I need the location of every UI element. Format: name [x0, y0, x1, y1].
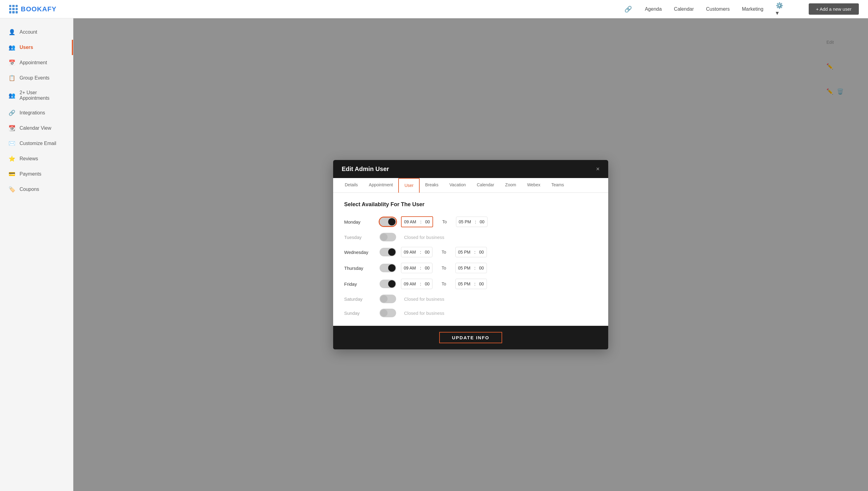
friday-toggle-track[interactable]	[380, 280, 396, 288]
monday-to-hour-select[interactable]: 05 PM	[456, 217, 474, 227]
thursday-toggle[interactable]	[380, 264, 396, 272]
thursday-toggle-track[interactable]	[380, 264, 396, 272]
edit-admin-user-modal: Edit Admin User × Details Appointment Us…	[333, 160, 608, 349]
tab-appointment[interactable]: Appointment	[363, 178, 399, 193]
appointment-icon: 📅	[8, 59, 15, 66]
saturday-toggle-track[interactable]	[380, 295, 396, 303]
sidebar-item-reviews[interactable]: ⭐ Reviews	[0, 151, 73, 166]
wednesday-row: Wednesday 09 AM : 00	[344, 247, 597, 257]
saturday-toggle[interactable]	[380, 295, 396, 303]
multi-user-icon: 👥	[8, 92, 15, 99]
modal-header: Edit Admin User ×	[333, 160, 608, 178]
thursday-to-hour-select[interactable]: 05 PM	[456, 263, 473, 273]
tab-user[interactable]: User	[398, 178, 420, 193]
nav-calendar[interactable]: Calendar	[674, 6, 694, 12]
wednesday-from-time: 09 AM : 00	[401, 247, 432, 257]
sidebar-item-group-events[interactable]: 📋 Group Events	[0, 70, 73, 86]
coupons-icon: 🏷️	[8, 186, 15, 193]
monday-to-label: To	[442, 219, 447, 224]
wednesday-from-hour-select[interactable]: 09 AM	[401, 247, 419, 257]
sidebar-item-calendar-view-label: Calendar View	[20, 125, 51, 131]
tuesday-toggle[interactable]	[380, 233, 396, 241]
thursday-from-hour-select[interactable]: 09 AM	[401, 263, 419, 273]
saturday-closed-text: Closed for business	[404, 296, 444, 301]
modal-overlay: Edit Admin User × Details Appointment Us…	[73, 18, 868, 491]
nav-agenda[interactable]: Agenda	[645, 6, 662, 12]
tab-breaks[interactable]: Breaks	[420, 178, 444, 193]
sidebar-item-calendar-view[interactable]: 📆 Calendar View	[0, 120, 73, 136]
monday-from-time: 09 AM : 00	[401, 216, 433, 227]
tab-calendar[interactable]: Calendar	[471, 178, 500, 193]
sidebar-item-payments-label: Payments	[20, 171, 41, 177]
section-title: Select Availablity For The User	[344, 201, 597, 208]
sunday-closed-text: Closed for business	[404, 311, 444, 316]
update-info-label: UPDATE INFO	[439, 332, 502, 343]
friday-label: Friday	[344, 282, 375, 287]
sunday-row: Sunday Closed for business	[344, 309, 597, 317]
tab-vacation[interactable]: Vacation	[444, 178, 471, 193]
modal-close-button[interactable]: ×	[596, 166, 600, 173]
sidebar-item-account-label: Account	[20, 29, 37, 35]
nav-customers[interactable]: Customers	[706, 6, 730, 12]
sidebar-item-multi-user[interactable]: 👥 2+ User Appointments	[0, 86, 73, 105]
wednesday-to-min-select[interactable]: 00	[477, 247, 487, 257]
sidebar-item-coupons[interactable]: 🏷️ Coupons	[0, 182, 73, 197]
sidebar-item-integrations-label: Integrations	[20, 110, 45, 116]
sidebar: 👤 Account 👥 Users 📅 Appointment 📋 Group …	[0, 18, 73, 491]
friday-from-min-select[interactable]: 00	[423, 279, 432, 289]
sidebar-item-appointment[interactable]: 📅 Appointment	[0, 55, 73, 70]
monday-to-colon: :	[474, 219, 477, 224]
tab-zoom[interactable]: Zoom	[500, 178, 522, 193]
nav-links: 🔗 Agenda Calendar Customers Marketing ⚙️…	[624, 3, 859, 15]
link-icon[interactable]: 🔗	[624, 5, 633, 13]
friday-to-min-select[interactable]: 00	[477, 279, 487, 289]
friday-to-hour-select[interactable]: 05 PM	[456, 279, 473, 289]
tuesday-row: Tuesday Closed for business	[344, 233, 597, 241]
monday-label: Monday	[344, 219, 375, 225]
sidebar-item-coupons-label: Coupons	[20, 186, 39, 192]
update-info-button[interactable]: UPDATE INFO	[333, 326, 608, 349]
customize-email-icon: ✉️	[8, 140, 15, 147]
update-btn-wrap: UPDATE INFO	[333, 326, 608, 349]
wednesday-to-hour-select[interactable]: 05 PM	[456, 247, 473, 257]
thursday-label: Thursday	[344, 265, 375, 271]
nav-marketing[interactable]: Marketing	[742, 6, 763, 12]
wednesday-toggle-track[interactable]	[380, 248, 396, 256]
sunday-toggle-track[interactable]	[380, 309, 396, 317]
settings-icon[interactable]: ⚙️ ▾	[776, 5, 784, 13]
logo-icon	[9, 5, 18, 13]
sidebar-item-users[interactable]: 👥 Users	[0, 40, 73, 55]
sidebar-item-customize-email[interactable]: ✉️ Customize Email	[0, 136, 73, 151]
friday-from-time: 09 AM : 00	[401, 279, 432, 289]
tab-details[interactable]: Details	[339, 178, 363, 193]
thursday-to-label: To	[442, 265, 446, 270]
wednesday-from-min-select[interactable]: 00	[423, 247, 432, 257]
wednesday-to-time: 05 PM : 00	[455, 247, 487, 257]
monday-from-min-select[interactable]: 00	[423, 217, 432, 227]
thursday-to-min-select[interactable]: 00	[477, 263, 487, 273]
logo-text: BOOKAFY	[21, 5, 57, 13]
monday-toggle[interactable]	[380, 218, 396, 226]
sunday-toggle[interactable]	[380, 309, 396, 317]
payments-icon: 💳	[8, 171, 15, 177]
wednesday-toggle[interactable]	[380, 248, 396, 256]
monday-to-min-select[interactable]: 00	[477, 217, 487, 227]
monday-to-time: 05 PM : 00	[456, 216, 488, 227]
sunday-label: Sunday	[344, 311, 375, 316]
friday-from-hour-select[interactable]: 09 AM	[401, 279, 419, 289]
friday-toggle[interactable]	[380, 280, 396, 288]
monday-toggle-track[interactable]	[380, 218, 396, 226]
monday-from-hour-select[interactable]: 09 AM	[402, 217, 419, 227]
group-events-icon: 📋	[8, 75, 15, 81]
add-user-button[interactable]: + Add a new user	[809, 3, 859, 15]
tab-teams[interactable]: Teams	[546, 178, 569, 193]
sidebar-item-integrations[interactable]: 🔗 Integrations	[0, 105, 73, 120]
saturday-row: Saturday Closed for business	[344, 295, 597, 303]
sidebar-item-payments[interactable]: 💳 Payments	[0, 166, 73, 182]
tuesday-label: Tuesday	[344, 235, 375, 240]
tab-webex[interactable]: Webex	[522, 178, 546, 193]
sidebar-item-account[interactable]: 👤 Account	[0, 25, 73, 40]
thursday-from-min-select[interactable]: 00	[423, 263, 432, 273]
sidebar-item-customize-email-label: Customize Email	[20, 141, 56, 146]
tuesday-toggle-track[interactable]	[380, 233, 396, 241]
